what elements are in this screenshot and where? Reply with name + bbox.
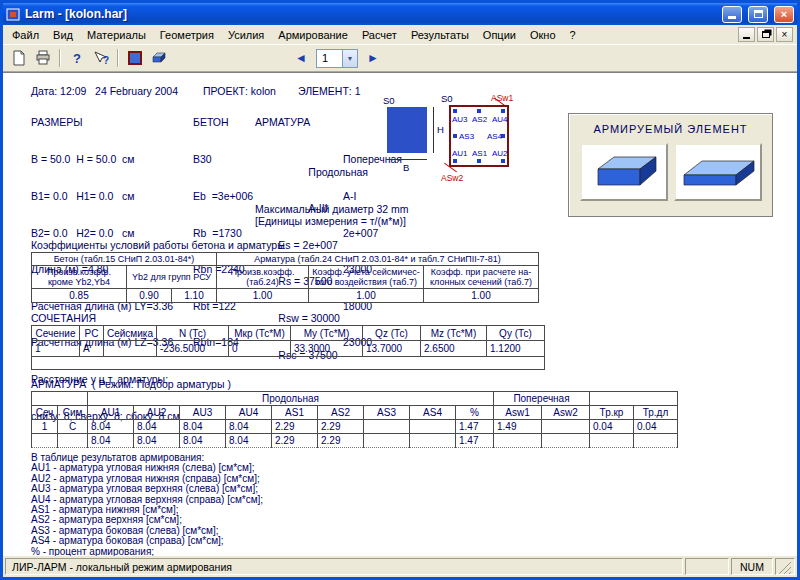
mdi-close-button[interactable]: × [776, 27, 793, 42]
new-document-button[interactable] [7, 47, 31, 69]
results-group-cell [32, 392, 88, 406]
results-table: Продольная Поперечная Сеч Сим AU1 AU2 AU… [31, 391, 678, 448]
armed-element-title: АРМИРУЕМЫЙ ЭЛЕМЕНТ [569, 123, 772, 135]
element-combo[interactable]: 1 ▼ [316, 49, 358, 68]
results-header-cell: AU3 [180, 406, 226, 420]
results-value-cell: 2.29 [272, 434, 318, 448]
results-value-cell [58, 434, 88, 448]
coeff-value-cell: 0.85 [32, 289, 127, 303]
maximize-button[interactable] [748, 6, 768, 23]
minimize-icon [728, 16, 736, 19]
coeff-header-cell: Коэфф. при расчете на- клонных сечений (… [424, 266, 539, 289]
b-dimension-line [387, 159, 427, 160]
menu-view[interactable]: Вид [46, 26, 80, 44]
results-header-cell: Asw1 [494, 406, 542, 420]
right-arrow-icon: ► [367, 51, 379, 65]
combinations-header-row: Сечение РС Сейсмика N (Тс) Мкр (Тс*М) Мy… [32, 326, 545, 341]
results-value-cell: 8.04 [226, 420, 272, 434]
results-title: АРМАТУРА ( Режим: Подбор арматуры ) [31, 378, 231, 390]
coeff-header-cell: Произв.коэфф. кроме Yb2,Yb4 [32, 266, 127, 289]
menu-window[interactable]: Окно [523, 26, 563, 44]
au2-label: AU2 [492, 149, 508, 158]
mdi-minimize-button[interactable] [738, 27, 755, 42]
report-project: ПРОЕКТ: kolon [203, 85, 276, 97]
results-group-longitudinal: Продольная [88, 392, 494, 406]
rebar-row: A-III A-I [255, 190, 405, 202]
combinations-value-cell: 1 [32, 341, 80, 357]
results-data-row: 8.04 8.04 8.04 8.04 2.29 2.29 1.47 [32, 434, 678, 448]
beam-mode-button[interactable] [147, 47, 171, 69]
close-button[interactable]: × [774, 6, 794, 23]
rebar-dot [477, 109, 481, 113]
menu-materials[interactable]: Материалы [80, 26, 153, 44]
menu-results[interactable]: Результаты [404, 26, 476, 44]
concrete-line: B30 [193, 153, 253, 165]
beam-3d-icon [151, 50, 167, 66]
legend-line: % - процент армирования; [31, 547, 263, 556]
resize-grip[interactable] [775, 558, 795, 575]
results-group-transverse: Поперечная [494, 392, 590, 406]
results-header-cell: AU2 [134, 406, 180, 420]
left-arrow-icon: ◄ [295, 51, 307, 65]
context-help-button[interactable]: ? [89, 47, 113, 69]
report-area: Дата: 12:09 24 February 2004 ПРОЕКТ: kol… [3, 72, 797, 556]
results-value-cell: 2.29 [318, 420, 364, 434]
element-type-beam-button[interactable] [674, 143, 762, 201]
results-group-row: Продольная Поперечная [32, 392, 678, 406]
menu-file[interactable]: Файл [5, 26, 46, 44]
rebar-max-diameter: Максимальный диаметр 32 mm [255, 203, 409, 215]
coeff-group-row: Бетон (табл.15 СНиП 2.03.01-84*) Арматур… [32, 253, 539, 266]
mdi-restore-button[interactable] [757, 27, 774, 42]
results-header-cell: AS4 [410, 406, 456, 420]
print-button[interactable] [31, 47, 55, 69]
coeff-group-concrete: Бетон (табл.15 СНиП 2.03.01-84*) [32, 253, 217, 266]
combinations-table: Сечение РС Сейсмика N (Тс) Мкр (Тс*М) Мy… [31, 325, 545, 370]
results-value-cell: 8.04 [134, 420, 180, 434]
results-value-cell: С [58, 420, 88, 434]
help-button[interactable]: ? [65, 47, 89, 69]
minimize-button[interactable] [722, 6, 742, 23]
rebar-dot [453, 159, 457, 163]
results-header-cell: AS3 [364, 406, 410, 420]
results-header-cell: AU4 [226, 406, 272, 420]
menu-geometry[interactable]: Геометрия [153, 26, 221, 44]
combinations-header-cell: Qy (Тс) [487, 326, 545, 341]
asw2-label: ASw2 [441, 173, 463, 183]
menu-forces[interactable]: Усилия [221, 26, 271, 44]
concrete-line: Eb =3e+006 [193, 190, 253, 202]
menu-reinforcement[interactable]: Армирование [271, 26, 355, 44]
results-value-cell: 8.04 [134, 434, 180, 448]
menu-options[interactable]: Опции [476, 26, 523, 44]
combinations-header-cell: Мz (Тс*М) [421, 326, 487, 341]
mdi-restore-icon [762, 31, 770, 38]
results-value-cell: 1.49 [494, 420, 542, 434]
combinations-data-row: 1 А -236.5000 0 33.3000 13.7000 2.6500 1… [32, 341, 545, 357]
next-element-button[interactable]: ► [361, 47, 385, 69]
section-mode-button[interactable] [123, 47, 147, 69]
maximize-icon [754, 10, 763, 18]
titlebar[interactable]: Larm - [kolon.har] × [3, 3, 797, 25]
armed-element-panel: АРМИРУЕМЫЙ ЭЛЕМЕНТ [568, 113, 773, 217]
element-combo-dropdown-button[interactable]: ▼ [342, 50, 357, 67]
results-header-cell: Сим [58, 406, 88, 420]
menu-help[interactable]: ? [563, 26, 583, 44]
combinations-header-cell: Qz (Тс) [363, 326, 421, 341]
combinations-filler-row [32, 357, 545, 370]
as4-label: AS4 [487, 132, 502, 141]
results-value-cell: 8.04 [226, 434, 272, 448]
toolbar: ? ? ◄ 1 ▼ ► [3, 45, 797, 72]
results-header-cell: AS2 [318, 406, 364, 420]
mdi-minimize-icon [743, 37, 750, 39]
results-header-row: Сеч Сим AU1 AU2 AU3 AU4 AS1 AS2 AS3 AS4 … [32, 406, 678, 420]
element-type-column-button[interactable] [580, 143, 668, 201]
menu-calculation[interactable]: Расчет [355, 26, 404, 44]
results-value-cell [364, 420, 410, 434]
element-combo-value[interactable]: 1 [317, 50, 342, 67]
size-line: B1= 0.0 H1= 0.0 см [31, 190, 180, 202]
combinations-value-cell: 33.3000 [291, 341, 363, 357]
rebar-dot [477, 159, 481, 163]
context-help-icon: ? [93, 50, 109, 66]
prev-element-button[interactable]: ◄ [289, 47, 313, 69]
combinations-value-cell: 0 [229, 341, 291, 357]
results-header-cell: Сеч [32, 406, 58, 420]
